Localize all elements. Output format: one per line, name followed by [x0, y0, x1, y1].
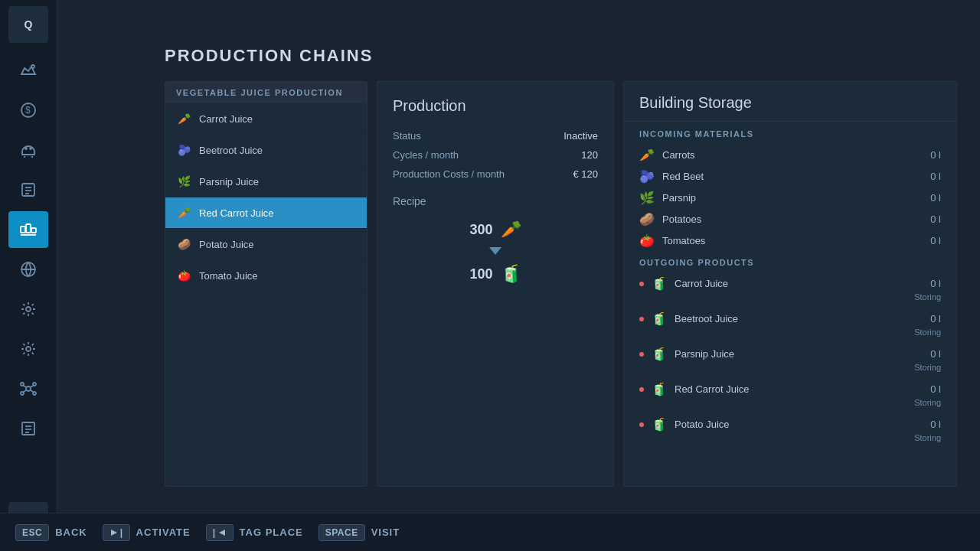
carrot-juice-out-label: Carrot Juice: [675, 278, 910, 289]
potato-juice-out-amount: 0 l: [918, 419, 941, 430]
list-item-parsnip-juice[interactable]: 🌿 Parsnip Juice: [165, 166, 367, 197]
sidebar-item-farm[interactable]: [8, 52, 48, 89]
activate-button[interactable]: | ACTIVATE: [103, 524, 191, 541]
list-panel: VEGETABLE JUICE PRODUCTION 🥕 Carrot Juic…: [165, 81, 368, 487]
outgoing-header: OUTGOING PRODUCTS: [624, 250, 956, 272]
storage-item-parsnip-juice-out: 🧃 Parsnip Juice 0 l Storing: [624, 342, 956, 377]
red-carrot-juice-out-amount: 0 l: [918, 383, 941, 395]
svg-point-0: [31, 65, 34, 68]
parsnip-amount: 0 l: [918, 192, 941, 204]
tomatoes-icon: 🍅: [639, 233, 655, 248]
list-item-red-carrot-juice[interactable]: 🥕 Red Carrot Juice: [165, 197, 367, 229]
svg-point-14: [26, 307, 31, 311]
storage-item-beetroot-juice-out: 🧃 Beetroot Juice 0 l Storing: [624, 307, 956, 342]
parsnip-juice-icon: 🌿: [176, 174, 191, 189]
visit-button[interactable]: SPACE VISIT: [318, 524, 400, 541]
sidebar-item-livestock[interactable]: [8, 132, 48, 168]
svg-rect-11: [31, 228, 36, 233]
cycles-value: 120: [581, 149, 598, 161]
sidebar-item-machinery[interactable]: [8, 291, 48, 328]
carrots-label: Carrots: [662, 149, 910, 161]
carrot-juice-out-icon: 🧃: [652, 276, 667, 291]
page-title: PRODUCTION CHAINS: [165, 46, 957, 66]
recipe-arrow-icon: [488, 244, 503, 259]
costs-label: Production Costs / month: [393, 168, 505, 180]
parsnip-juice-out-amount: 0 l: [918, 348, 941, 360]
tomato-juice-icon: 🍅: [176, 268, 191, 283]
tag-place-button[interactable]: | TAG PLACE: [206, 524, 303, 541]
recipe-input-amount: 300: [469, 222, 492, 238]
esc-key: ESC: [15, 524, 49, 541]
storage-item-red-carrot-juice-out: 🧃 Red Carrot Juice 0 l Storing: [624, 377, 956, 412]
list-item-beetroot-juice[interactable]: 🫐 Beetroot Juice: [165, 135, 367, 166]
list-item-carrot-juice[interactable]: 🥕 Carrot Juice: [165, 103, 367, 135]
sidebar-item-book[interactable]: [8, 410, 48, 447]
red-carrot-juice-out-label: Red Carrot Juice: [675, 383, 910, 395]
tag-place-label: TAG PLACE: [240, 527, 303, 538]
red-beet-amount: 0 l: [918, 171, 941, 182]
parsnip-juice-status: Storing: [639, 361, 941, 375]
recipe-input: 300 🥕: [469, 220, 521, 240]
sidebar-item-settings[interactable]: [8, 331, 48, 367]
red-carrot-juice-label: Red Carrot Juice: [199, 207, 274, 219]
carrot-juice-label: Carrot Juice: [199, 113, 253, 125]
red-carrot-juice-dot: [639, 387, 644, 392]
main-content: PRODUCTION CHAINS VEGETABLE JUICE PRODUC…: [57, 0, 980, 551]
svg-marker-29: [111, 530, 117, 536]
tomato-juice-label: Tomato Juice: [199, 270, 258, 282]
sidebar: Q $: [0, 0, 57, 551]
svg-point-18: [33, 383, 36, 386]
storage-item-parsnip: 🌿 Parsnip 0 l: [624, 186, 956, 207]
sidebar-item-money[interactable]: $: [8, 92, 48, 129]
storage-item-potatoes: 🥔 Potatoes 0 l: [624, 207, 956, 229]
production-panel: Production Status Inactive Cycles / mont…: [377, 81, 614, 487]
beetroot-juice-label: Beetroot Juice: [199, 145, 263, 156]
beetroot-juice-out-label: Beetroot Juice: [675, 313, 910, 324]
red-beet-icon: 🫐: [639, 169, 655, 184]
tag-key: |: [206, 524, 234, 541]
potato-juice-dot: [639, 422, 644, 427]
status-label: Status: [393, 130, 421, 142]
svg-point-4: [30, 148, 31, 149]
beetroot-juice-out-amount: 0 l: [918, 313, 941, 324]
carrots-icon: 🥕: [639, 148, 655, 162]
sidebar-item-production[interactable]: [8, 211, 48, 248]
sidebar-item-network[interactable]: [8, 370, 48, 407]
activate-key: |: [103, 524, 130, 541]
costs-value: € 120: [573, 168, 598, 180]
parsnip-juice-dot: [639, 352, 644, 357]
beetroot-juice-status: Storing: [639, 326, 941, 340]
incoming-header: INCOMING MATERIALS: [624, 122, 956, 143]
cycles-row: Cycles / month 120: [393, 149, 598, 161]
svg-point-3: [25, 148, 27, 149]
storage-item-potato-juice-out: 🧃 Potato Juice 0 l Storing: [624, 412, 956, 448]
parsnip-juice-out-label: Parsnip Juice: [675, 348, 910, 360]
sidebar-item-tasks[interactable]: [8, 171, 48, 208]
production-title: Production: [393, 97, 598, 115]
carrot-juice-dot: [639, 282, 644, 286]
tomatoes-amount: 0 l: [918, 235, 941, 246]
q-button[interactable]: Q: [8, 6, 48, 43]
red-beet-label: Red Beet: [662, 171, 910, 182]
svg-point-16: [26, 386, 31, 391]
list-item-potato-juice[interactable]: 🥔 Potato Juice: [165, 229, 367, 260]
storage-panel: Building Storage INCOMING MATERIALS 🥕 Ca…: [623, 81, 957, 487]
carrot-juice-status: Storing: [639, 291, 941, 305]
visit-label: VISIT: [371, 527, 400, 538]
back-button[interactable]: ESC BACK: [15, 524, 87, 541]
svg-point-15: [26, 347, 31, 351]
sidebar-item-map[interactable]: [8, 251, 48, 288]
potatoes-icon: 🥔: [639, 212, 655, 227]
storage-content: INCOMING MATERIALS 🥕 Carrots 0 l 🫐 Red B…: [624, 122, 956, 482]
recipe-carrot-icon: 🥕: [501, 220, 521, 240]
svg-point-19: [21, 392, 24, 395]
list-section-header: VEGETABLE JUICE PRODUCTION: [165, 82, 367, 103]
svg-line-24: [31, 390, 33, 392]
svg-rect-10: [26, 224, 31, 233]
potato-juice-icon: 🥔: [176, 236, 191, 252]
recipe-output-amount: 100: [469, 266, 492, 282]
red-carrot-juice-status: Storing: [639, 396, 941, 410]
list-item-tomato-juice[interactable]: 🍅 Tomato Juice: [165, 260, 367, 292]
beetroot-juice-out-icon: 🧃: [652, 311, 667, 326]
recipe-bottle-icon: 🧃: [501, 264, 521, 284]
